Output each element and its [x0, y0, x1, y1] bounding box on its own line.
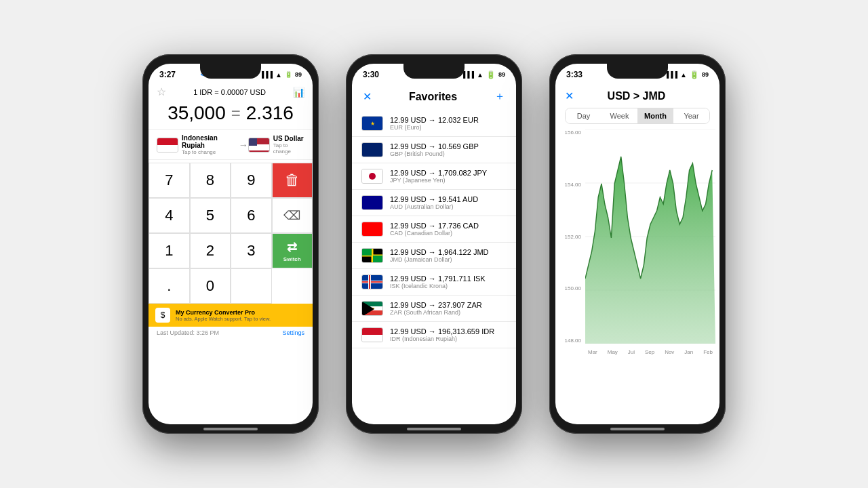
tab-day[interactable]: Day [566, 108, 601, 123]
banner-sub: No ads. Apple Watch support. Tap to view… [176, 316, 271, 322]
fav-item-jpy[interactable]: 12.99 USD → 1,709.082 JPY JPY (Japanese … [352, 163, 516, 190]
key-empty [231, 268, 272, 304]
flag-jp [361, 169, 383, 184]
result-value: 2.316 [246, 102, 294, 124]
key-7[interactable]: 7 [149, 163, 190, 198]
key-1[interactable]: 1 [149, 233, 190, 268]
from-name: Indonesian Rupiah [182, 134, 239, 149]
chart-icon[interactable]: 📊 [293, 87, 304, 98]
add-button[interactable]: ＋ [494, 89, 505, 104]
fav-eur-sub: EUR (Euro) [390, 124, 479, 131]
x-feb: Feb [703, 349, 713, 355]
fav-zar-text: 12.99 USD → 237.907 ZAR [390, 301, 482, 309]
to-info: US Dollar Tap to change [273, 135, 304, 155]
fav-aud-info: 12.99 USD → 19.541 AUD AUD (Australian D… [390, 195, 478, 210]
home-bar-2 [407, 428, 461, 430]
from-currency[interactable]: Indonesian Rupiah Tap to change [157, 134, 239, 155]
key-6[interactable]: 6 [231, 198, 272, 233]
currency-row: Indonesian Rupiah Tap to change → US Dol… [149, 129, 313, 160]
flag-gb [361, 142, 383, 157]
key-4[interactable]: 4 [149, 198, 190, 233]
switch-icon: ⇄ [287, 240, 297, 255]
banner-content: My Currency Converter Pro No ads. Apple … [176, 309, 271, 322]
phone3-screen: 3:33 🔒 ▐▐▐ ▲ 🔋 89 ✕ USD > JMD Day Week M… [555, 64, 719, 424]
flag-au [361, 195, 383, 210]
fav-item-isk[interactable]: 12.99 USD → 1,791.711 ISK ISK (Icelandic… [352, 269, 516, 296]
phone-1: 3:27 < App Store ▐▐▐ ▲ 🔋 89 ☆ 1 IDR = 0.… [142, 54, 319, 434]
to-currency[interactable]: US Dollar Tap to change [248, 135, 304, 155]
fav-aud-sub: AUD (Australian Dollar) [390, 203, 478, 210]
x-nov: Nov [665, 349, 674, 355]
fav-item-idr[interactable]: 12.99 USD → 196,313.659 IDR IDR (Indones… [352, 322, 516, 348]
fav-zar-info: 12.99 USD → 237.907 ZAR ZAR (South Afric… [390, 301, 482, 316]
fav-item-zar[interactable]: 12.99 USD → 237.907 ZAR ZAR (South Afric… [352, 296, 516, 322]
fav-item-aud[interactable]: 12.99 USD → 19.541 AUD AUD (Australian D… [352, 190, 516, 216]
tab-week[interactable]: Week [601, 108, 637, 123]
battery-pct: 89 [295, 71, 302, 78]
fav-jmd-info: 12.99 USD → 1,964.122 JMD JMD (Jamaican … [390, 248, 489, 263]
fav-item-jmd[interactable]: 12.99 USD → 1,964.122 JMD JMD (Jamaican … [352, 243, 516, 269]
delete-key[interactable]: 🗑 [272, 163, 313, 198]
time-3: 3:33 [566, 70, 583, 79]
tab-year[interactable]: Year [673, 108, 709, 123]
from-info: Indonesian Rupiah Tap to change [182, 134, 239, 155]
fav-eur-text: 12.99 USD → 12.032 EUR [390, 116, 479, 124]
to-tap: Tap to change [273, 142, 304, 155]
fav-jmd-sub: JMD (Jamaican Dollar) [390, 256, 489, 263]
star-icon[interactable]: ☆ [157, 85, 166, 98]
phone1-screen: 3:27 < App Store ▐▐▐ ▲ 🔋 89 ☆ 1 IDR = 0.… [149, 64, 313, 424]
phone-3: 3:33 🔒 ▐▐▐ ▲ 🔋 89 ✕ USD > JMD Day Week M… [549, 54, 726, 434]
close-button-3[interactable]: ✕ [565, 89, 574, 102]
wifi-icon-2: ▲ [477, 71, 484, 79]
tab-month[interactable]: Month [637, 108, 673, 123]
fav-jpy-info: 12.99 USD → 1,709.082 JPY JPY (Japanese … [390, 169, 487, 184]
fav-item-cad[interactable]: 12.99 USD → 17.736 CAD CAD (Canadian Dol… [352, 216, 516, 243]
status-icons-1: ▐▐▐ ▲ 🔋 89 [260, 71, 302, 79]
fav-gbp-info: 12.99 USD → 10.569 GBP GBP (British Poun… [390, 142, 479, 157]
flag-ca [361, 222, 383, 237]
fav-isk-info: 12.99 USD → 1,791.711 ISK ISK (Icelandic… [390, 274, 486, 289]
to-name: US Dollar [273, 135, 304, 142]
chart-x-labels: Mar May Jul Sep Nov Jan Feb [585, 344, 715, 360]
fav-jmd-text: 12.99 USD → 1,964.122 JMD [390, 248, 489, 256]
fav-eur-info: 12.99 USD → 12.032 EUR EUR (Euro) [390, 116, 479, 131]
key-5[interactable]: 5 [190, 198, 231, 233]
favorites-title: Favorites [409, 91, 457, 103]
banner-icon: $ [155, 308, 170, 323]
y-label-154: 154.00 [565, 182, 581, 188]
chart-container: 156.00 154.00 152.00 150.00 148.00 [558, 129, 717, 360]
p1-nav: ☆ 1 IDR = 0.00007 USD 📊 [149, 85, 313, 101]
banner-title: My Currency Converter Pro [176, 309, 271, 316]
key-0[interactable]: 0 [190, 268, 231, 304]
fav-jpy-sub: JPY (Japanese Yen) [390, 177, 487, 184]
time-tabs: Day Week Month Year [565, 108, 710, 124]
fav-cad-text: 12.99 USD → 17.736 CAD [390, 222, 479, 230]
settings-link[interactable]: Settings [282, 329, 304, 336]
close-button-2[interactable]: ✕ [363, 90, 372, 103]
fav-jpy-text: 12.99 USD → 1,709.082 JPY [390, 169, 487, 177]
battery-icon-3: 🔋 [690, 70, 699, 79]
key-2[interactable]: 2 [190, 233, 231, 268]
fav-item-gbp[interactable]: 12.99 USD → 10.569 GBP GBP (British Poun… [352, 137, 516, 163]
key-3[interactable]: 3 [231, 233, 272, 268]
fav-gbp-text: 12.99 USD → 10.569 GBP [390, 142, 479, 150]
switch-button[interactable]: ⇄ Switch [272, 233, 313, 268]
key-8[interactable]: 8 [190, 163, 231, 198]
flag-jm [361, 248, 383, 263]
time-2: 3:30 [363, 70, 379, 79]
from-flag [157, 138, 178, 152]
notch-2 [403, 64, 465, 79]
key-dot[interactable]: . [149, 268, 190, 304]
backspace-key[interactable]: ⌫ [272, 198, 313, 233]
signal-icon: ▐▐▐ [260, 71, 273, 78]
key-9[interactable]: 9 [231, 163, 272, 198]
flag-eu [361, 116, 383, 131]
battery-pct-2: 89 [498, 71, 505, 78]
promo-banner[interactable]: $ My Currency Converter Pro No ads. Appl… [149, 304, 313, 327]
favorites-list: 12.99 USD → 12.032 EUR EUR (Euro) 12.99 … [352, 110, 516, 348]
home-bar-1 [203, 428, 258, 430]
from-tap: Tap to change [182, 149, 239, 155]
p1-rate: 1 IDR = 0.00007 USD [193, 88, 266, 96]
equals-sign: = [231, 104, 241, 123]
fav-item-eur[interactable]: 12.99 USD → 12.032 EUR EUR (Euro) [352, 110, 516, 137]
